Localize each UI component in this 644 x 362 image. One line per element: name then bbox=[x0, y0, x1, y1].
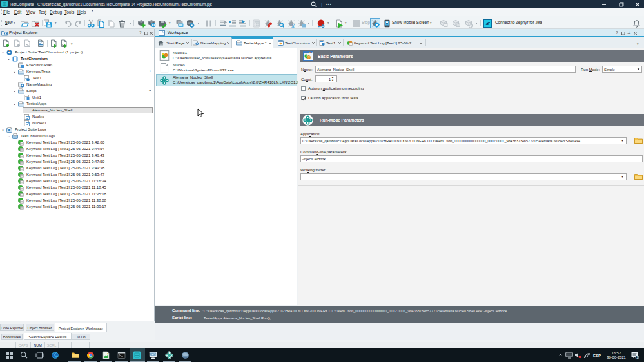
svg-text:x: x bbox=[291, 22, 295, 28]
svg-text:1: 1 bbox=[636, 356, 638, 359]
